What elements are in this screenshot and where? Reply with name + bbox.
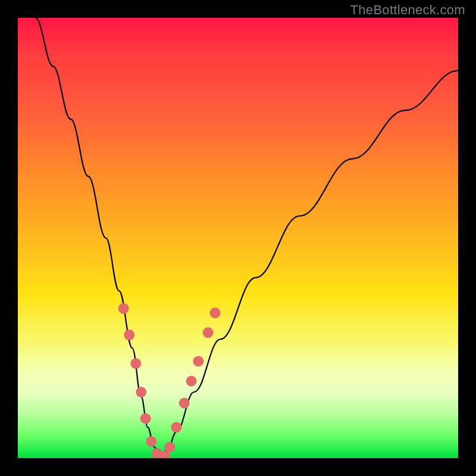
highlight-dot [146,436,156,447]
highlight-dot [118,303,129,314]
curve-line [36,18,458,458]
highlight-dot [124,330,134,340]
outer-frame: TheBottleneck.com [0,0,476,476]
highlight-dot [179,398,190,409]
highlight-dot [164,442,175,453]
plot-area [18,18,458,458]
bottleneck-curve [36,18,458,458]
highlight-dot [140,413,151,424]
chart-svg [18,18,458,458]
highlight-dot [193,356,203,367]
highlight-dot [171,422,181,433]
highlight-dot [210,308,221,318]
highlight-dots [118,303,221,458]
watermark-text: TheBottleneck.com [350,2,465,18]
highlight-dot [186,376,197,387]
highlight-dot [203,327,214,338]
highlight-dot [136,387,146,397]
highlight-dot [130,358,141,369]
